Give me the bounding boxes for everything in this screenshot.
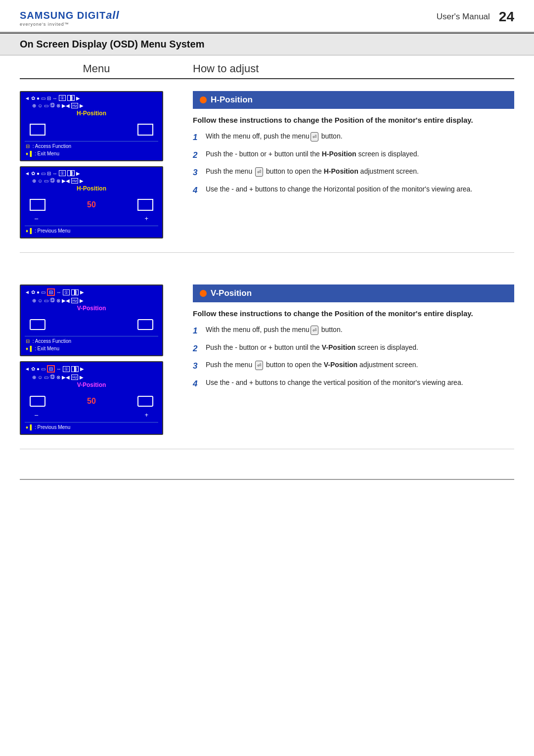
v-osd1-exit-icon: ♦▐ — [26, 346, 32, 351]
menu-enter-icon-2: ⏎ — [255, 167, 263, 177]
osd2-title: H-Position — [25, 185, 158, 192]
osd1-arrow-left: ◄ — [25, 95, 30, 101]
v-osd1-r2-arrow: ▶ — [80, 298, 84, 303]
v-osd2-plus-minus: – + — [25, 411, 158, 421]
h-step-4-text: Use the - and + buttons to change the Ho… — [206, 184, 514, 194]
osd2-icon3: ▭ — [41, 171, 45, 176]
v-osd2-icon4: ⊟ — [47, 365, 55, 373]
h-step-4-num: 4 — [193, 184, 202, 197]
osd1-icon4: ⊟ — [47, 95, 51, 101]
osd1-left-icon — [30, 124, 45, 136]
osd1-icon3: ▭ — [41, 95, 45, 101]
v-osd2-arrow-left: ◄ — [25, 366, 30, 372]
osd2-r2-i2: ☺ — [38, 178, 43, 184]
osd2-icon6: ① — [59, 170, 66, 176]
v-osd1-footer-access: ⊟ : Access Function — [25, 338, 158, 344]
osd1-access-icon: ⊟ — [26, 143, 30, 149]
h-position-steps: 1 With the menu off, push the menu⏎ butt… — [193, 131, 514, 196]
v-osd1-icon1: ✿ — [31, 289, 35, 295]
osd1-divider — [25, 141, 158, 142]
samsung-logo: SAMSUNG DIGITall — [20, 9, 120, 22]
v-osd1-r2-i3: ▭ — [44, 298, 48, 303]
v-osd1-r2-i6: ▶◀ — [62, 298, 70, 303]
v-step-2-num: 2 — [193, 342, 202, 355]
v-osd1-access-icon: ⊟ — [26, 338, 30, 344]
h-position-how-col: H-Position Follow these instructions to … — [173, 91, 514, 243]
v-menu-enter-icon-2: ⏎ — [255, 361, 263, 370]
v-osd2-row2: ⊕ ☺ ▭ ⑬ ⊗ ▶◀ Hz ▶ — [25, 374, 158, 380]
osd2-r2-arrow: ▶ — [80, 178, 84, 184]
v-osd1-icon4: ⊟ — [47, 288, 55, 296]
h-position-bold-text: Follow these instructions to change the … — [193, 115, 514, 125]
osd2-prev-icon: ♦▐ — [26, 228, 32, 234]
osd2-arrow-right: ▶ — [76, 171, 80, 176]
how-column-header: How to adjust — [173, 62, 514, 75]
minus-label: – — [35, 215, 38, 222]
v-position-menu-col: ◄ ✿ ● ▭ ⊟ ↔ ① ▐( ▶ ⊕ ☺ ▭ ⑬ ⊗ ▶◀ — [20, 284, 173, 440]
osd1-right-icon — [137, 124, 153, 136]
v-osd2-icon2: ● — [37, 366, 40, 372]
osd1-footer-access: ⊟ : Access Function — [25, 143, 158, 149]
osd2-value: 50 — [87, 200, 96, 209]
osd2-icon4: ⊟ — [47, 171, 51, 176]
v-osd2-r2-i5: ⊗ — [56, 375, 60, 380]
osd2-plus-minus: – + — [25, 215, 158, 224]
osd1-content — [25, 120, 158, 140]
logo-area: SAMSUNG DIGITall everyone's invited™ — [20, 9, 120, 27]
osd2-row2: ⊕ ☺ ▭ ⑬ ⊗ ▶◀ Hz ▶ — [25, 177, 158, 184]
v-osd1-r2-i1: ⊕ — [32, 298, 36, 303]
h-step-2-num: 2 — [193, 149, 202, 162]
osd1-hz: Hz — [71, 103, 78, 108]
osd2-divider — [25, 226, 158, 226]
osd1-arrow-right: ▶ — [76, 95, 80, 101]
v-osd2-r2-i2: ☺ — [38, 375, 43, 380]
osd2-r2-i1: ⊕ — [32, 178, 36, 184]
v-osd2-content: 50 — [25, 391, 158, 411]
osd1-r2-i1: ⊕ — [32, 103, 36, 108]
h-step-2: 2 Push the - button or + button until th… — [193, 149, 514, 162]
osd2-top-row: ◄ ✿ ● ▭ ⊟ ↔ ① ▐( ▶ — [25, 170, 158, 176]
h-step-3-text: Push the menu ⏎ button to open the H-Pos… — [206, 166, 514, 177]
menu-enter-icon-1: ⏎ — [311, 132, 318, 142]
v-step-4-num: 4 — [193, 378, 202, 390]
osd2-r2-i6: ▶◀ — [62, 178, 70, 184]
manual-label: User's Manual — [437, 12, 490, 22]
v-osd1-title: V-Position — [25, 305, 158, 312]
v-osd1-top-row: ◄ ✿ ● ▭ ⊟ ↔ ① ▐( ▶ — [25, 288, 158, 296]
h-step-4: 4 Use the - and + buttons to change the … — [193, 184, 514, 197]
section-title: On Screen Display (OSD) Menu System — [0, 33, 534, 55]
osd1-icon6: ① — [59, 95, 66, 101]
v-osd1-arrow-right: ▶ — [80, 289, 84, 295]
v-plus-label: + — [144, 411, 148, 419]
h-position-menu-col: ◄ ✿ ● ▭ ⊟ ↔ ① ▐( ▶ ⊕ ☺ ▭ ⑬ ⊗ ▶◀ — [20, 91, 173, 243]
h-position-osd1: ◄ ✿ ● ▭ ⊟ ↔ ① ▐( ▶ ⊕ ☺ ▭ ⑬ ⊗ ▶◀ — [20, 91, 163, 161]
logo-tagline: everyone's invited™ — [20, 22, 120, 27]
v-step-3-text: Push the menu ⏎ button to open the V-Pos… — [206, 360, 514, 370]
v-osd2-right-icon — [137, 396, 153, 407]
v-osd1-arrow-left: ◄ — [25, 289, 30, 295]
content-area: Menu How to adjust ◄ ✿ ● ▭ ⊟ ↔ ① ▐( ▶ — [0, 55, 534, 449]
osd2-r2-i3: ▭ — [44, 178, 48, 184]
h-step-1-num: 1 — [193, 131, 202, 144]
v-osd2-value: 50 — [87, 397, 96, 406]
page-header: SAMSUNG DIGITall everyone's invited™ Use… — [0, 0, 534, 33]
osd2-icon1: ✿ — [31, 171, 35, 176]
v-step-2-text: Push the - button or + button until the … — [206, 342, 514, 353]
osd1-title: H-Position — [25, 110, 158, 117]
v-osd2-arrow-right: ▶ — [80, 366, 84, 372]
h-step-3: 3 Push the menu ⏎ button to open the H-P… — [193, 166, 514, 179]
menu-column-header: Menu — [20, 62, 173, 75]
v-osd1-r2-i2: ☺ — [38, 298, 43, 303]
v-position-instr-title: V-Position — [193, 284, 514, 302]
v-step-3: 3 Push the menu ⏎ button to open the V-P… — [193, 360, 514, 373]
v-osd2-icon5: ↔ — [56, 366, 61, 372]
v-step-1-num: 1 — [193, 325, 202, 337]
header-right: User's Manual 24 — [437, 9, 514, 25]
v-position-dot — [200, 290, 207, 297]
v-osd2-icon1: ✿ — [31, 366, 35, 372]
osd2-content: 50 — [25, 195, 158, 215]
v-position-steps: 1 With the menu off, push the menu⏎ butt… — [193, 325, 514, 390]
v-osd2-top-row: ◄ ✿ ● ▭ ⊟ ↔ ① ▐( ▶ — [25, 365, 158, 373]
osd1-r2-arrow: ▶ — [80, 103, 84, 108]
plus-label: + — [144, 215, 148, 222]
